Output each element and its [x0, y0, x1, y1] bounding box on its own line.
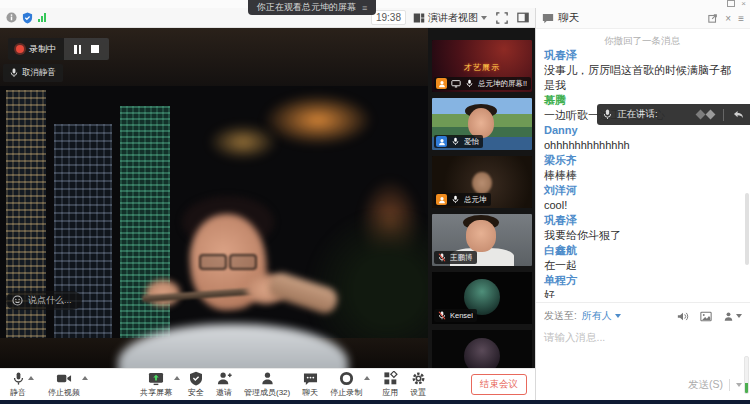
security-shield-icon[interactable]: [22, 12, 33, 24]
video-options-chevron[interactable]: [82, 376, 88, 380]
send-to-value: 所有人: [582, 309, 612, 323]
mention-member-icon[interactable]: [723, 311, 742, 322]
participant-tile-screen-share[interactable]: 才艺展示 总元坤的屏幕!!: [432, 40, 532, 92]
meeting-info-icon[interactable]: [6, 12, 17, 23]
city-building: [120, 106, 170, 350]
speaking-indicator: 正在讲话:: [597, 104, 750, 125]
tile-name-label: 总元坤: [434, 193, 491, 206]
participant-tile[interactable]: Kensei: [432, 272, 532, 324]
tile-name-label: Kensei: [434, 309, 477, 322]
apps-grid-icon: [383, 371, 398, 386]
plant-silhouette: [304, 212, 428, 342]
chat-bubble-icon: [303, 372, 318, 386]
chat-sender-name[interactable]: 巩春泽: [544, 48, 740, 63]
apps-button[interactable]: 应用: [382, 371, 398, 398]
shared-screen-video[interactable]: 录制中 取消静音 说点什么...: [0, 28, 428, 368]
chat-message-text: 在一起: [544, 258, 740, 273]
popout-icon[interactable]: [708, 13, 718, 23]
sound-notify-icon[interactable]: [677, 311, 689, 322]
send-button[interactable]: 发送(S): [688, 378, 742, 392]
close-chat-icon[interactable]: ×: [725, 13, 731, 24]
participant-tile[interactable]: 爱怡: [432, 98, 532, 150]
share-caption: 才艺展示: [432, 62, 532, 73]
image-icon[interactable]: [700, 311, 712, 322]
banner-menu-icon[interactable]: ≡: [362, 3, 367, 13]
message-input[interactable]: 请输入消息...: [544, 331, 742, 345]
maximize-icon[interactable]: [727, 0, 735, 7]
mic-icon: [450, 194, 461, 205]
logo-diamond-icon: [696, 110, 706, 120]
layout-icon: [413, 12, 425, 24]
stop-recording-button[interactable]: [91, 45, 99, 53]
participant-tile[interactable]: 总元坤: [432, 156, 532, 208]
settings-button[interactable]: 设置: [410, 371, 426, 398]
participant-tile[interactable]: 王鹏博: [432, 214, 532, 266]
chat-sender-name[interactable]: 白鑫航: [544, 243, 740, 258]
chat-message-text: ohhhhhhhhhhhhh: [544, 138, 740, 153]
chat-sender-name[interactable]: 单程方: [544, 273, 740, 288]
watching-banner[interactable]: 你正在观看总元坤的屏幕 ≡: [248, 0, 376, 15]
chevron-down-icon: [615, 314, 621, 318]
mic-muted-icon: [436, 310, 447, 321]
unmute-hint-label: 取消静音: [22, 67, 56, 79]
send-to-label: 发送至:: [544, 309, 577, 323]
chat-message-text: 没事儿，厉厉唱这首歌的时候满脑子都是我: [544, 63, 740, 93]
performer-glasses: [197, 254, 259, 267]
record-options-chevron[interactable]: [364, 376, 370, 380]
participant-name: 王鹏博: [450, 253, 473, 263]
chat-menu-icon[interactable]: ≡: [738, 13, 744, 24]
send-to-selector[interactable]: 所有人: [582, 309, 621, 323]
share-screen-icon: [148, 371, 164, 386]
pause-recording-button[interactable]: [74, 45, 81, 54]
mic-icon: [11, 371, 26, 386]
end-meeting-button[interactable]: 结束会议: [471, 374, 527, 395]
chat-sender-name[interactable]: 刘洋河: [544, 183, 740, 198]
gear-icon: [411, 371, 426, 386]
unmute-hint-button[interactable]: 取消静音: [3, 64, 63, 82]
city-building: [6, 90, 46, 350]
smiley-icon: [12, 295, 23, 306]
mic-icon: [603, 109, 612, 120]
recording-dot-icon: [16, 45, 24, 53]
mic-icon: [464, 78, 475, 89]
chat-message-list[interactable]: 你撤回了一条消息 巩春泽 没事儿，厉厉唱这首歌的时候满脑子都是我 慕腾 一边听歌…: [536, 28, 750, 298]
close-icon[interactable]: ×: [741, 1, 746, 6]
manage-members-button[interactable]: 管理成员(32): [244, 371, 290, 398]
invite-button[interactable]: 邀请: [216, 371, 232, 398]
share-screen-button[interactable]: 共享屏幕: [140, 371, 172, 398]
chat-title: 聊天: [558, 11, 579, 25]
chat-sender-name[interactable]: 梁乐齐: [544, 153, 740, 168]
host-avatar-badge: [436, 194, 447, 205]
mic-icon: [10, 68, 18, 78]
composer-scrollbar[interactable]: [744, 356, 749, 394]
participant-name: 爱怡: [464, 137, 479, 147]
send-options-chevron[interactable]: [736, 383, 742, 387]
stop-record-button[interactable]: 停止录制: [330, 371, 362, 398]
screen-share-icon: [450, 78, 461, 89]
recall-notice: 你撤回了一条消息: [544, 33, 740, 48]
chat-sender-name[interactable]: 巩春泽: [544, 213, 740, 228]
watching-banner-text: 你正在观看总元坤的屏幕: [257, 1, 356, 14]
chat-message-text: 我要给你斗狠了: [544, 228, 740, 243]
recording-label: 录制中: [29, 43, 56, 56]
tile-name-label: 总元坤的屏幕!!: [434, 77, 531, 90]
mic-options-chevron[interactable]: [28, 376, 34, 380]
chat-button[interactable]: 聊天: [302, 372, 318, 398]
participant-name: Kensei: [450, 311, 473, 320]
mute-button[interactable]: 静音: [10, 371, 26, 398]
danmaku-input[interactable]: 说点什么...: [6, 291, 82, 310]
chat-panel: 聊天 × ≡ 你撤回了一条消息 巩春泽 没事儿，厉厉唱这首歌的时候满脑子都是我 …: [535, 8, 750, 400]
chat-sender-name[interactable]: Danny: [544, 123, 740, 138]
tile-name-label: 王鹏博: [434, 251, 477, 264]
panel-toggle-icon[interactable]: [517, 12, 529, 23]
meeting-clock: 19:38: [371, 10, 406, 25]
fullscreen-icon[interactable]: [496, 12, 508, 24]
mic-icon: [450, 136, 461, 147]
security-button[interactable]: 安全: [188, 371, 204, 398]
tile-name-label: 爱怡: [434, 135, 483, 148]
share-options-chevron[interactable]: [174, 376, 180, 380]
chat-scrollbar[interactable]: [745, 193, 749, 265]
view-mode-button[interactable]: 演讲者视图: [413, 11, 487, 25]
reply-arrow-icon[interactable]: [733, 110, 744, 120]
stop-video-button[interactable]: 停止视频: [48, 371, 80, 398]
